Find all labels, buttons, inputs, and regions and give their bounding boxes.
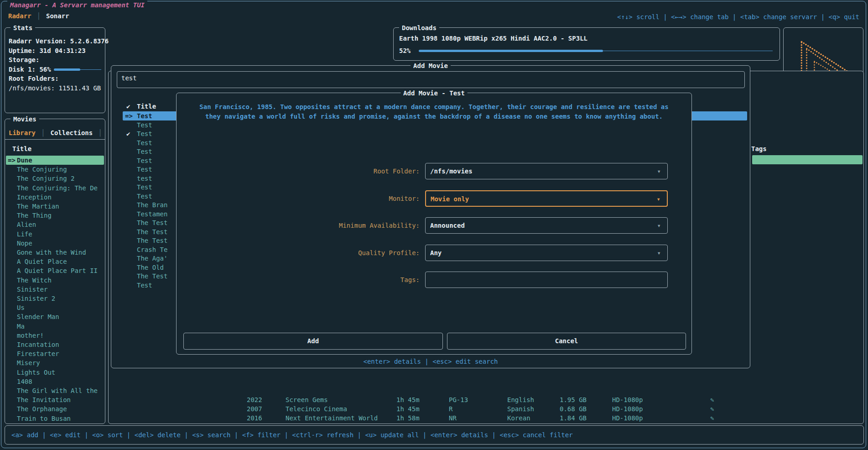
- download-progress: [419, 49, 773, 52]
- result-title: Crash Te: [137, 245, 167, 254]
- root-folder-value: /nfs/movies: 11511.43 GB: [9, 84, 101, 93]
- movie-title: Sinister 2: [17, 294, 55, 303]
- movie-title: A Quiet Place: [17, 257, 67, 266]
- movie-title: Ma: [17, 322, 25, 331]
- movie-list-item[interactable]: Ma: [6, 322, 104, 331]
- add-button[interactable]: Add: [183, 333, 443, 350]
- movie-title: The Thing: [17, 211, 52, 220]
- download-percent: 52%: [399, 46, 411, 55]
- cell-certification: NR: [449, 413, 457, 423]
- result-title: Test: [137, 165, 152, 174]
- movie-list-item[interactable]: The Conjuring: [6, 165, 104, 174]
- movie-list-item[interactable]: The Witch: [6, 276, 104, 285]
- cell-runtime: 1h 58m: [396, 413, 420, 423]
- movie-title: The Orphanage: [17, 404, 67, 413]
- movie-list-item[interactable]: Gone with the Wind: [6, 248, 104, 257]
- result-title: Test: [137, 111, 152, 120]
- movie-list-item[interactable]: =>Dune: [6, 156, 104, 165]
- movie-list-item[interactable]: Train to Busan: [6, 414, 104, 423]
- movie-title: A Quiet Place Part II: [17, 266, 98, 275]
- selected-prefix-icon: =>: [125, 111, 133, 120]
- result-title: test: [137, 174, 152, 183]
- movie-title: Firestarter: [17, 349, 59, 358]
- cell-quality: HD-1080p: [612, 404, 643, 413]
- movie-list-item[interactable]: Inception: [6, 193, 104, 202]
- movie-list-item[interactable]: The Conjuring: The De: [6, 183, 104, 193]
- movies-panel: Movies Library │ Collections │ Title =>D…: [5, 119, 105, 424]
- cell-studio: Next Entertainment World: [286, 413, 378, 423]
- pencil-icon: ✎: [710, 413, 714, 423]
- cell-certification: PG-13: [449, 395, 468, 404]
- app-root: Managarr - A Servarr management TUI Rada…: [0, 0, 868, 450]
- movie-list-item[interactable]: A Quiet Place: [6, 257, 104, 266]
- cell-language: Korean: [507, 413, 530, 423]
- download-item-title: Earth 1998 1080p WEBRip x265 Hindi AAC2.…: [399, 34, 587, 43]
- movie-list-item[interactable]: The Orphanage: [6, 404, 104, 413]
- result-title: The Test: [137, 227, 167, 236]
- movie-list-item[interactable]: Us: [6, 303, 104, 312]
- tab-separator: │: [37, 11, 41, 21]
- cell-size: 1.84 GB: [560, 413, 587, 423]
- movie-list-item[interactable]: A Quiet Place Part II: [6, 266, 104, 275]
- cell-quality: HD-1080p: [612, 395, 643, 404]
- movie-title: The Girl with All the: [17, 386, 98, 395]
- movie-list-item[interactable]: Sinister 2: [6, 294, 104, 303]
- app-title: Managarr - A Servarr management TUI: [7, 1, 147, 9]
- movie-list-item[interactable]: Sinister: [6, 285, 104, 294]
- movie-title: Lights Out: [17, 368, 55, 377]
- movie-list-item[interactable]: Misery: [6, 358, 104, 367]
- table-row[interactable]: 2016Next Entertainment World1h 58mNRKore…: [109, 413, 862, 423]
- movie-title: Inception: [17, 193, 52, 202]
- bottom-help: <a> add | <e> edit | <o> sort | <del> de…: [11, 430, 573, 440]
- tab-sonarr[interactable]: Sonarr: [46, 11, 69, 21]
- table-row[interactable]: 2007Telecinco Cinema1h 45mRSpanish0.68 G…: [109, 404, 862, 413]
- movie-title: 1408: [17, 377, 32, 386]
- movie-list-item[interactable]: Firestarter: [6, 349, 104, 358]
- movie-list-item[interactable]: Alien: [6, 220, 104, 229]
- movie-list-item[interactable]: Slender Man: [6, 312, 104, 321]
- cell-language: Spanish: [507, 404, 534, 413]
- cell-runtime: 1h 45m: [396, 404, 420, 413]
- downloads-panel: Downloads Earth 1998 1080p WEBRip x265 H…: [393, 27, 780, 61]
- cancel-button[interactable]: Cancel: [447, 333, 686, 350]
- movie-list-item[interactable]: Nope: [6, 239, 104, 248]
- movie-title: Gone with the Wind: [17, 248, 86, 257]
- disk-usage-label: Disk 1: 56%: [9, 65, 51, 74]
- movie-title: Nope: [17, 239, 32, 248]
- cell-year: 2007: [247, 404, 262, 413]
- result-title: Test: [137, 183, 152, 192]
- root-folders-label: Root Folders:: [9, 74, 59, 83]
- gauge-fill: [54, 68, 80, 71]
- tab-radarr[interactable]: Radarr: [8, 11, 31, 21]
- stats-storage-label: Storage:: [9, 55, 39, 64]
- result-title: Testamen: [137, 209, 167, 219]
- result-title: Test: [137, 138, 152, 147]
- stats-title: Stats: [10, 23, 35, 32]
- movie-list-item[interactable]: Lights Out: [6, 368, 104, 377]
- result-title: The Old: [137, 263, 164, 272]
- movie-list-item[interactable]: The Thing: [6, 211, 104, 220]
- movie-list-item[interactable]: Incantation: [6, 340, 104, 349]
- stats-uptime: Uptime: 31d 04:31:23: [9, 46, 86, 55]
- cell-year: 2016: [247, 413, 262, 423]
- movie-title: Train to Busan: [17, 414, 71, 423]
- movie-title: Us: [17, 303, 25, 312]
- result-title: Test: [137, 156, 152, 165]
- movie-title: Alien: [17, 220, 36, 229]
- movie-title: The Witch: [17, 276, 52, 285]
- movie-list-item[interactable]: The Invitation: [6, 395, 104, 404]
- result-title: The Bran: [137, 200, 167, 209]
- movie-title: The Martian: [17, 202, 59, 211]
- movie-list-item[interactable]: mother!: [6, 331, 104, 340]
- pencil-icon: ✎: [710, 404, 714, 413]
- movie-list-item[interactable]: The Martian: [6, 202, 104, 211]
- movie-list-item[interactable]: 1408: [6, 377, 104, 386]
- table-row[interactable]: 2022Screen Gems1h 45mPG-13English1.95 GB…: [109, 395, 862, 404]
- stats-panel: Stats Radarr Version: 5.2.6.8376 Uptime:…: [5, 27, 105, 113]
- movie-list-item[interactable]: The Girl with All the: [6, 386, 104, 395]
- movie-list-item[interactable]: Life: [6, 230, 104, 239]
- movie-list-item[interactable]: The Conjuring 2: [6, 174, 104, 183]
- cell-certification: R: [449, 404, 452, 413]
- result-title: Test: [137, 147, 152, 156]
- movie-list: =>DuneThe ConjuringThe Conjuring 2The Co…: [5, 119, 105, 424]
